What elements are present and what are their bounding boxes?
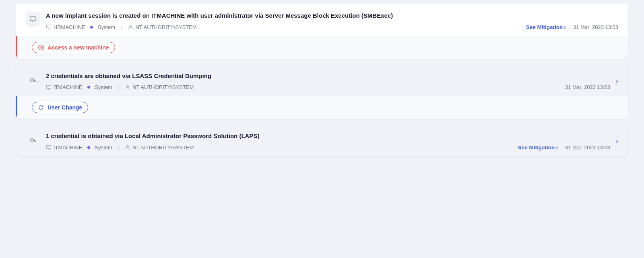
card-group-2: 2 credentials are obtained via LSASS Cre…	[16, 64, 628, 119]
monitor-icon-box	[26, 12, 40, 27]
card-3-body: 1 credential is obtained via Local Admin…	[46, 132, 610, 151]
machine-icon-3	[46, 144, 52, 150]
card-3-user: NT AUTHORITY\SYSTEM	[125, 144, 194, 151]
card-2-timestamp: 31 Mar, 2023 13:03	[565, 84, 610, 90]
monitor-icon	[29, 16, 37, 23]
user-icon	[128, 24, 133, 30]
key-icon-box-2	[26, 72, 40, 87]
svg-point-6	[127, 85, 129, 87]
status-dot-3	[87, 146, 90, 149]
card-3-actions: See Mitigation › 31 Mar, 2023 13:03	[518, 144, 610, 151]
card-2-meta: ITMACHINE System | NT AUTHORITY\SYSTEM 3…	[46, 84, 610, 90]
card-1-actions: See Mitigation › 31 Mar, 2023 13:03	[526, 24, 618, 30]
card-1-timestamp: 31 Mar, 2023 13:03	[573, 24, 618, 30]
expand-chevron-2[interactable]: ›	[616, 77, 618, 85]
key-icon-box-3	[26, 132, 40, 147]
card-1-machine: HRMACHINE	[46, 24, 85, 30]
access-machine-tag: Access a new machine	[32, 42, 115, 53]
card-2-subrow: User Change	[16, 96, 628, 119]
see-mitigation-button-1[interactable]: See Mitigation ›	[526, 24, 566, 30]
card-3-timestamp: 31 Mar, 2023 13:03	[565, 144, 610, 151]
card-3-meta: ITMACHINE System | NT AUTHORITY\SYSTEM	[46, 144, 610, 151]
svg-rect-0	[30, 17, 36, 21]
main-container: A new implant session is created on ITMA…	[8, 0, 636, 166]
user-icon-3	[125, 144, 130, 150]
card-3-main: 1 credential is obtained via Local Admin…	[16, 124, 628, 156]
card-1-main: A new implant session is created on ITMA…	[16, 4, 628, 36]
machine-icon	[46, 24, 52, 30]
card-group-1: A new implant session is created on ITMA…	[16, 4, 628, 59]
refresh-icon	[38, 104, 44, 111]
exit-arrow-icon	[38, 44, 44, 51]
user-icon-2	[125, 85, 130, 90]
user-change-tag: User Change	[32, 102, 88, 113]
card-1-body: A new implant session is created on ITMA…	[46, 11, 618, 30]
svg-point-2	[130, 25, 132, 27]
card-group-3: 1 credential is obtained via Local Admin…	[16, 124, 628, 156]
expand-chevron-3[interactable]: ›	[616, 137, 618, 145]
card-3-machine: ITMACHINE	[46, 144, 83, 151]
chevron-right-icon-3: ›	[556, 144, 558, 151]
svg-point-9	[127, 145, 129, 147]
card-2-title: 2 credentials are obtained via LSASS Cre…	[46, 72, 610, 80]
card-1-subrow: Access a new machine	[16, 36, 628, 59]
card-1-title: A new implant session is created on ITMA…	[46, 11, 618, 20]
card-2-actions: 31 Mar, 2023 13:03	[565, 84, 610, 90]
status-dot	[90, 26, 93, 29]
machine-icon-2	[46, 85, 52, 90]
card-2-machine: ITMACHINE	[46, 84, 83, 90]
chevron-right-icon: ›	[564, 24, 566, 30]
card-2-body: 2 credentials are obtained via LSASS Cre…	[46, 72, 610, 90]
key-icon-2	[29, 76, 37, 83]
svg-rect-1	[46, 25, 51, 28]
card-3-title: 1 credential is obtained via Local Admin…	[46, 132, 610, 140]
svg-rect-5	[46, 85, 51, 89]
see-mitigation-button-3[interactable]: See Mitigation ›	[518, 144, 558, 151]
card-2-user: NT AUTHORITY\SYSTEM	[125, 84, 194, 90]
svg-rect-8	[46, 145, 51, 149]
card-1-user: NT AUTHORITY\SYSTEM	[128, 24, 196, 30]
card-1-meta: HRMACHINE System | NT AUTHORITY\SYSTEM	[46, 24, 618, 30]
status-dot-2	[87, 86, 90, 89]
card-2-main: 2 credentials are obtained via LSASS Cre…	[16, 64, 628, 96]
key-icon-3	[29, 136, 37, 143]
